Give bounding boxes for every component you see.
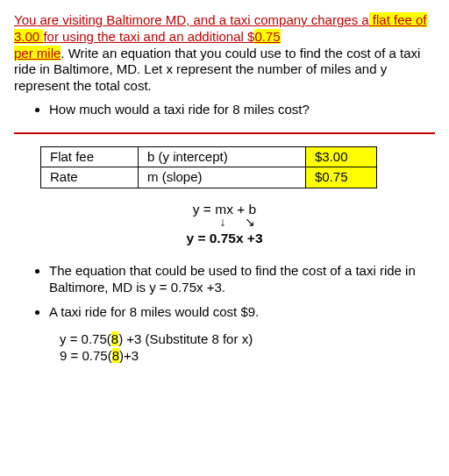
equation-block: y = mx + b ↓ ↘ y = 0.75x +3 bbox=[14, 201, 435, 247]
answer-list: The equation that could be used to find … bbox=[14, 263, 435, 321]
question-bullet: How much would a taxi ride for 8 miles c… bbox=[49, 102, 435, 118]
cell-flatfee-label: Flat fee bbox=[41, 146, 139, 167]
work1-post: ) +3 (Substitute 8 for x) bbox=[118, 331, 253, 346]
question-list: How much would a taxi ride for 8 miles c… bbox=[14, 102, 435, 118]
table-row: Flat fee b (y intercept) $3.00 bbox=[41, 146, 377, 167]
answer-cost-bullet: A taxi ride for 8 miles would cost $9. bbox=[49, 304, 435, 321]
table-row: Rate m (slope) $0.75 bbox=[41, 167, 377, 188]
cell-rate-value: $0.75 bbox=[306, 167, 377, 188]
problem-text-2: for using the taxi and an additional $ bbox=[43, 29, 254, 44]
work-line-1: y = 0.75(8) +3 (Substitute 8 for x) bbox=[60, 331, 435, 348]
arrow-row: ↓ ↘ bbox=[14, 217, 435, 230]
work2-pre: 9 = 0.75( bbox=[60, 348, 112, 363]
problem-statement: You are visiting Baltimore MD, and a tax… bbox=[14, 12, 435, 95]
work2-sub-highlight: 8 bbox=[112, 348, 119, 363]
problem-text-3: . Write an equation that you could use t… bbox=[14, 46, 420, 94]
answer-equation-bullet: The equation that could be used to find … bbox=[49, 263, 435, 296]
problem-text-1: You are visiting Baltimore MD, and a tax… bbox=[14, 12, 369, 27]
cell-m-desc: m (slope) bbox=[139, 167, 306, 188]
cell-flatfee-value: $3.00 bbox=[306, 146, 377, 167]
rate-highlight-a: 0.75 bbox=[254, 29, 280, 44]
arrow-down-right-icon: ↘ bbox=[245, 215, 255, 229]
work1-pre: y = 0.75( bbox=[60, 331, 111, 346]
section-divider bbox=[14, 132, 435, 134]
work2-post: )+3 bbox=[119, 348, 139, 363]
cell-rate-label: Rate bbox=[41, 167, 139, 188]
work1-sub-highlight: 8 bbox=[111, 331, 118, 346]
substitution-work: y = 0.75(8) +3 (Substitute 8 for x) 9 = … bbox=[60, 331, 435, 365]
variable-table: Flat fee b (y intercept) $3.00 Rate m (s… bbox=[40, 146, 377, 189]
work-line-2: 9 = 0.75(8)+3 bbox=[60, 348, 435, 365]
specific-equation: y = 0.75x +3 bbox=[14, 230, 435, 246]
rate-highlight-b: per mile bbox=[14, 46, 61, 60]
arrow-down-icon: ↓ bbox=[220, 215, 226, 229]
cell-b-desc: b (y intercept) bbox=[139, 146, 306, 167]
